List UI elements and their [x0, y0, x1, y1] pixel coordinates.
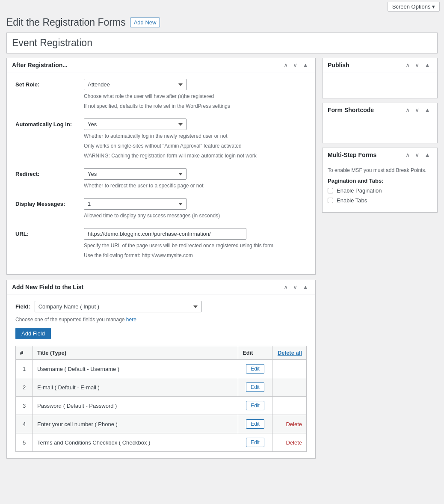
publish-panel-title: Publish	[328, 62, 349, 68]
after-registration-body: Set Role: Attendee Subscriber Editor Aut…	[7, 72, 315, 274]
enable-tabs-label: Enable Tabs	[337, 197, 367, 204]
delete-all-link[interactable]: Delete all	[278, 350, 302, 356]
url-row: URL: Specify the URL of the page users w…	[15, 228, 307, 259]
screen-options-button[interactable]: Screen Options ▾	[388, 2, 440, 12]
page-title-area: Edit the Registration Forms Add New	[0, 13, 444, 33]
row-edit-cell: Edit	[238, 360, 272, 378]
delete-link[interactable]: Delete	[286, 421, 302, 427]
url-label: URL:	[15, 228, 77, 237]
edit-button[interactable]: Edit	[246, 438, 264, 447]
set-role-row: Set Role: Attendee Subscriber Editor Aut…	[15, 79, 307, 110]
publish-panel-header: Publish ∧ ∨ ▲	[323, 58, 437, 72]
display-messages-row: Display Messages: 1 2 3 5 10 Allowed tim…	[15, 198, 307, 219]
form-shortcode-header: Form Shortcode ∧ ∨ ▲	[323, 103, 437, 117]
shortcode-collapse-arrow[interactable]: ▲	[423, 107, 432, 113]
row-title: E-mail ( Default - E-mail )	[33, 378, 238, 397]
auto-login-hint2: Only works on single-sites without "Admi…	[84, 142, 307, 150]
col-edit-header: Edit	[238, 346, 272, 360]
table-row: 4 Enter your cell number ( Phone ) Edit …	[16, 415, 307, 433]
url-input[interactable]	[84, 228, 246, 240]
display-messages-hint: Allowed time to display any success mess…	[84, 212, 307, 219]
redirect-select[interactable]: Yes No	[84, 168, 186, 180]
url-hint2: Use the following format: http://www.mys…	[84, 252, 307, 259]
display-messages-label: Display Messages:	[15, 198, 77, 207]
row-num: 4	[16, 415, 33, 433]
redirect-row: Redirect: Yes No Whether to redirect the…	[15, 168, 307, 190]
enable-tabs-checkbox[interactable]	[328, 198, 333, 203]
enable-tabs-row: Enable Tabs	[328, 197, 432, 204]
form-shortcode-body	[323, 117, 437, 143]
row-edit-cell: Edit	[238, 378, 272, 397]
row-edit-cell: Edit	[238, 397, 272, 415]
add-new-field-body: Field: Company Name ( Input ) Username (…	[7, 294, 315, 458]
table-row: 2 E-mail ( Default - E-mail ) Edit	[16, 378, 307, 397]
add-new-button[interactable]: Add New	[130, 18, 160, 27]
main-layout: After Registration... ∧ ∨ ▲ Set Role: At…	[0, 58, 444, 465]
form-title-input[interactable]	[6, 33, 438, 53]
add-new-field-panel: Add New Field to the List ∧ ∨ ▲ Field: C…	[6, 280, 316, 459]
row-delete-cell	[272, 397, 307, 415]
msf-collapse-down[interactable]: ∨	[413, 151, 421, 158]
auto-login-content: Yes No Whether to automatically log in t…	[84, 119, 307, 160]
field-selector-label: Field:	[15, 303, 30, 310]
row-title: Enter your cell number ( Phone )	[33, 415, 238, 433]
add-field-button[interactable]: Add Field	[15, 328, 51, 339]
field-hint-link[interactable]: here	[126, 317, 136, 323]
publish-collapse-down[interactable]: ∨	[413, 62, 421, 68]
anf-collapse-arrow-button[interactable]: ▲	[301, 284, 310, 291]
field-selector-select[interactable]: Company Name ( Input ) Username ( Defaul…	[35, 301, 201, 312]
msf-collapse-up[interactable]: ∧	[404, 151, 411, 158]
row-delete-cell: Delete	[272, 415, 307, 433]
enable-pagination-row: Enable Pagination	[328, 187, 432, 194]
shortcode-collapse-down[interactable]: ∨	[413, 107, 421, 113]
msf-collapse-arrow[interactable]: ▲	[423, 151, 432, 158]
row-delete-cell: Delete	[272, 433, 307, 452]
auto-login-select[interactable]: Yes No	[84, 119, 186, 130]
publish-panel-body	[323, 72, 437, 98]
shortcode-collapse-up[interactable]: ∧	[404, 107, 411, 113]
edit-button[interactable]: Edit	[246, 419, 264, 429]
anf-collapse-down-button[interactable]: ∨	[291, 284, 299, 291]
row-num: 2	[16, 378, 33, 397]
auto-login-row: Automatically Log In: Yes No Whether to …	[15, 119, 307, 160]
msf-pagination-label: Pagination and Tabs:	[328, 178, 432, 184]
after-registration-header: After Registration... ∧ ∨ ▲	[7, 58, 315, 72]
set-role-select[interactable]: Attendee Subscriber Editor Author	[84, 79, 186, 90]
edit-button[interactable]: Edit	[246, 364, 264, 374]
field-hint-text: Choose one of the supported fields you m…	[15, 317, 307, 323]
sidebar: Publish ∧ ∨ ▲ Form Shortcode ∧ ∨ ▲	[322, 58, 438, 459]
display-messages-select[interactable]: 1 2 3 5 10	[84, 198, 186, 210]
publish-panel-controls: ∧ ∨ ▲	[404, 62, 432, 68]
row-num: 5	[16, 433, 33, 452]
collapse-down-button[interactable]: ∨	[291, 62, 299, 68]
redirect-hint: Whether to redirect the user to a specif…	[84, 182, 307, 190]
col-delete-header[interactable]: Delete all	[272, 346, 307, 360]
col-title-header: Title (Type)	[33, 346, 238, 360]
collapse-up-button[interactable]: ∧	[282, 62, 290, 68]
delete-link[interactable]: Delete	[286, 439, 302, 446]
edit-button[interactable]: Edit	[246, 401, 264, 410]
add-new-field-controls: ∧ ∨ ▲	[282, 284, 310, 291]
anf-collapse-up-button[interactable]: ∧	[282, 284, 290, 291]
add-new-field-header: Add New Field to the List ∧ ∨ ▲	[7, 280, 315, 294]
publish-collapse-arrow[interactable]: ▲	[423, 62, 432, 68]
set-role-content: Attendee Subscriber Editor Author Choose…	[84, 79, 307, 110]
row-delete-cell	[272, 360, 307, 378]
row-delete-cell	[272, 378, 307, 397]
edit-button[interactable]: Edit	[246, 382, 264, 392]
set-role-label: Set Role:	[15, 79, 77, 88]
table-row: 1 Username ( Default - Username ) Edit	[16, 360, 307, 378]
fields-table: # Title (Type) Edit Delete all 1 User	[15, 346, 307, 452]
row-edit-cell: Edit	[238, 433, 272, 452]
set-role-hint1: Choose what role the user will have afte…	[84, 92, 307, 100]
publish-panel: Publish ∧ ∨ ▲	[322, 58, 438, 98]
collapse-arrow-button[interactable]: ▲	[301, 62, 310, 68]
redirect-content: Yes No Whether to redirect the user to a…	[84, 168, 307, 190]
publish-collapse-up[interactable]: ∧	[404, 62, 411, 68]
msf-panel-body: To enable MSF you must add Break Points.…	[323, 162, 437, 212]
row-title: Terms and Conditions Checkbox ( Checkbox…	[33, 433, 238, 452]
msf-panel-title: Multi-Step Forms	[328, 151, 376, 158]
enable-pagination-label: Enable Pagination	[337, 187, 382, 194]
after-registration-panel: After Registration... ∧ ∨ ▲ Set Role: At…	[6, 58, 316, 275]
enable-pagination-checkbox[interactable]	[328, 188, 333, 193]
